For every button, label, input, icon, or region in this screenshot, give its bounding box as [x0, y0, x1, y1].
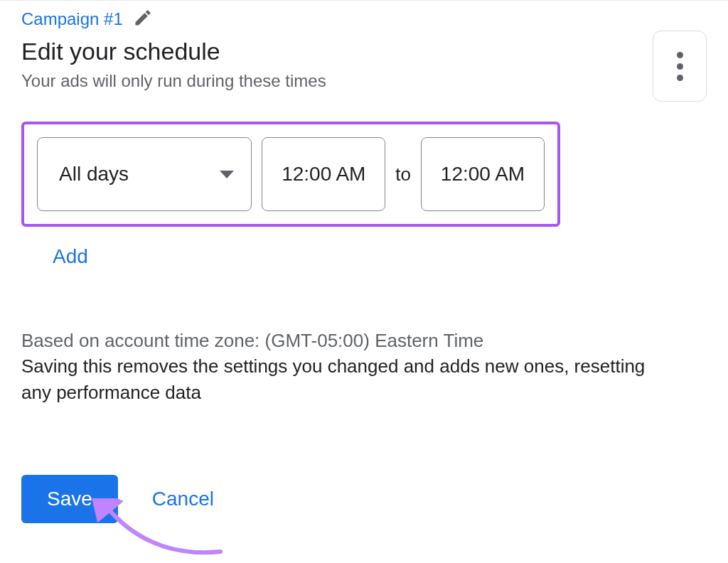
- schedule-row-highlight: All days 12:00 AM to 12:00 AM: [21, 122, 560, 227]
- cancel-button[interactable]: Cancel: [152, 488, 214, 510]
- more-options-button[interactable]: [653, 31, 707, 102]
- start-time-field[interactable]: 12:00 AM: [262, 137, 385, 211]
- page-title: Edit your schedule: [21, 38, 653, 65]
- add-schedule-link[interactable]: Add: [21, 245, 88, 268]
- campaign-name[interactable]: Campaign #1: [21, 9, 123, 29]
- kebab-icon: [677, 52, 683, 81]
- page-subtitle: Your ads will only run during these time…: [21, 71, 653, 91]
- end-time-field[interactable]: 12:00 AM: [421, 137, 545, 211]
- start-time-value: 12:00 AM: [282, 163, 365, 186]
- days-select[interactable]: All days: [37, 137, 252, 211]
- end-time-value: 12:00 AM: [441, 163, 525, 186]
- days-select-label: All days: [59, 163, 129, 186]
- pencil-icon[interactable]: [133, 8, 153, 31]
- save-button[interactable]: Save: [21, 475, 118, 523]
- timezone-note: Based on account time zone: (GMT-05:00) …: [21, 328, 707, 353]
- to-label: to: [395, 163, 411, 186]
- warning-note: Saving this removes the settings you cha…: [21, 353, 647, 405]
- chevron-down-icon: [220, 171, 234, 178]
